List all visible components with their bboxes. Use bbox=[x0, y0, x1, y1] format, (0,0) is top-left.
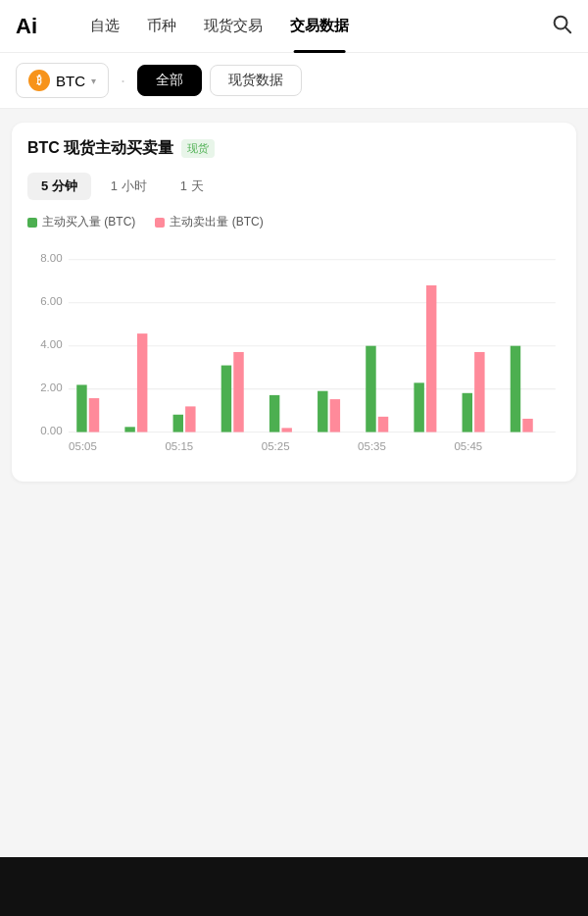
bar-buy-0 bbox=[76, 384, 86, 432]
nav-item-trade-data[interactable]: 交易数据 bbox=[276, 0, 363, 53]
bar-buy-6 bbox=[366, 346, 375, 433]
svg-text:05:15: 05:15 bbox=[165, 440, 193, 452]
svg-text:05:45: 05:45 bbox=[454, 440, 482, 452]
chevron-down-icon: ▾ bbox=[91, 76, 96, 86]
filter-all-button[interactable]: 全部 bbox=[137, 65, 202, 96]
bar-buy-1 bbox=[124, 427, 134, 432]
svg-text:0.00: 0.00 bbox=[40, 425, 62, 436]
currency-label: BTC bbox=[56, 73, 85, 89]
bar-sell-6 bbox=[378, 417, 388, 433]
svg-text:05:35: 05:35 bbox=[358, 440, 386, 452]
svg-line-1 bbox=[565, 27, 570, 32]
filter-buttons: 全部 现货数据 bbox=[137, 65, 302, 96]
bar-sell-8 bbox=[474, 352, 484, 433]
chart-title-row: BTC 现货主动买卖量 现货 bbox=[27, 138, 561, 159]
svg-text:05:25: 05:25 bbox=[262, 440, 290, 452]
svg-text:05:05: 05:05 bbox=[69, 440, 97, 452]
legend-sell-label: 主动卖出量 (BTC) bbox=[170, 214, 263, 230]
nav-item-watchlist[interactable]: 自选 bbox=[76, 0, 133, 53]
bottom-bar bbox=[0, 857, 588, 916]
bar-buy-9 bbox=[511, 346, 520, 433]
bar-sell-9 bbox=[522, 419, 532, 433]
bar-buy-7 bbox=[414, 382, 423, 432]
chart-title: BTC 现货主动买卖量 bbox=[27, 138, 173, 159]
legend-sell: 主动卖出量 (BTC) bbox=[155, 214, 263, 230]
nav-item-currency[interactable]: 币种 bbox=[133, 0, 190, 53]
legend-buy-label: 主动买入量 (BTC) bbox=[42, 214, 135, 230]
filter-bar: ₿ BTC ▾ · 全部 现货数据 bbox=[0, 53, 588, 109]
svg-text:2.00: 2.00 bbox=[40, 382, 62, 393]
main-content: BTC 现货主动买卖量 现货 5 分钟 1 小时 1 天 主动买入量 (BTC)… bbox=[0, 109, 588, 495]
bar-sell-4 bbox=[281, 428, 291, 432]
filter-divider: · bbox=[121, 71, 125, 91]
time-tab-1d[interactable]: 1 天 bbox=[167, 173, 218, 200]
bar-buy-8 bbox=[463, 393, 472, 433]
app-logo: Ai bbox=[16, 14, 65, 39]
bar-buy-5 bbox=[318, 391, 327, 433]
legend-buy-dot bbox=[27, 218, 37, 228]
top-nav: Ai 自选 币种 现货交易 交易数据 bbox=[0, 0, 588, 53]
legend-buy: 主动买入量 (BTC) bbox=[27, 214, 135, 230]
chart-card: BTC 现货主动买卖量 现货 5 分钟 1 小时 1 天 主动买入量 (BTC)… bbox=[12, 123, 576, 482]
svg-text:6.00: 6.00 bbox=[40, 295, 62, 307]
currency-selector[interactable]: ₿ BTC ▾ bbox=[16, 63, 109, 98]
filter-spot-button[interactable]: 现货数据 bbox=[210, 65, 302, 96]
svg-text:8.00: 8.00 bbox=[40, 252, 62, 264]
time-tab-1h[interactable]: 1 小时 bbox=[97, 173, 161, 200]
chart-area: 8.00 6.00 4.00 2.00 0.00 bbox=[27, 240, 561, 466]
svg-text:4.00: 4.00 bbox=[40, 338, 62, 350]
bar-buy-3 bbox=[221, 366, 231, 433]
chart-legend: 主动买入量 (BTC) 主动卖出量 (BTC) bbox=[27, 214, 561, 230]
search-icon[interactable] bbox=[551, 13, 572, 39]
spot-badge: 现货 bbox=[181, 139, 215, 158]
bar-sell-3 bbox=[233, 352, 243, 433]
bar-sell-2 bbox=[185, 406, 195, 432]
bar-buy-4 bbox=[270, 395, 279, 433]
bar-sell-5 bbox=[330, 399, 340, 432]
nav-items: 自选 币种 现货交易 交易数据 bbox=[76, 0, 551, 53]
bar-sell-0 bbox=[89, 398, 99, 433]
legend-sell-dot bbox=[155, 218, 165, 228]
bar-sell-7 bbox=[426, 285, 436, 433]
nav-item-spot-trade[interactable]: 现货交易 bbox=[190, 0, 276, 53]
btc-icon: ₿ bbox=[28, 70, 50, 91]
time-tab-5min[interactable]: 5 分钟 bbox=[27, 173, 91, 200]
chart-svg: 8.00 6.00 4.00 2.00 0.00 bbox=[27, 240, 561, 466]
time-tabs: 5 分钟 1 小时 1 天 bbox=[27, 173, 561, 200]
bar-buy-2 bbox=[173, 415, 183, 433]
bar-sell-1 bbox=[137, 333, 147, 432]
